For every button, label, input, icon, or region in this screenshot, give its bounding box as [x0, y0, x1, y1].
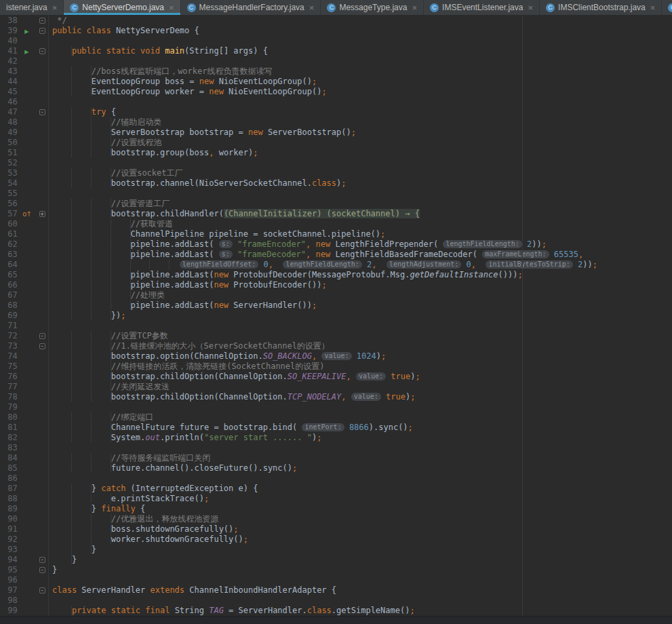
line-number[interactable]: 85	[0, 463, 18, 473]
tab[interactable]: istener.java×	[0, 0, 64, 15]
code-line[interactable]: //设置socket工厂	[49, 168, 183, 178]
fold-marker[interactable]: -	[39, 48, 45, 54]
code-line[interactable]: bootstrap.channel(NioServerSocketChannel…	[49, 178, 347, 189]
line-number[interactable]: 96	[0, 575, 18, 585]
line-number[interactable]: 91	[0, 524, 18, 534]
code-line[interactable]: //关闭延迟发送	[49, 382, 170, 392]
code-line[interactable]: private static final String TAG = Server…	[49, 606, 415, 616]
line-number[interactable]: 71	[0, 321, 18, 331]
line-number[interactable]: 87	[0, 484, 18, 494]
line-number[interactable]: 99	[0, 606, 18, 616]
code-line[interactable]: public static void main(String[] args) {	[49, 46, 268, 56]
fold-marker[interactable]: -	[39, 567, 45, 573]
line-number[interactable]: 39	[0, 26, 18, 36]
code-line[interactable]: pipeline.addLast(new ProtobufEncoder());	[49, 280, 327, 290]
code-line[interactable]: ChannelPipeline pipeline = socketChannel…	[49, 229, 385, 239]
code-line[interactable]: //获取管道	[49, 219, 173, 229]
line-number[interactable]: 66	[0, 280, 18, 290]
line-number[interactable]: 80	[0, 412, 18, 423]
close-icon[interactable]: ×	[412, 3, 417, 12]
code-line[interactable]: } finally {	[49, 504, 145, 514]
folded-region[interactable]: (ChannelInitializer) (socketChannel) → {	[224, 209, 420, 218]
fold-marker[interactable]: -	[39, 109, 45, 115]
close-icon[interactable]: ×	[169, 3, 174, 12]
code-line[interactable]: try {	[49, 107, 116, 117]
code-line[interactable]	[49, 189, 52, 199]
code-line[interactable]	[49, 36, 52, 46]
line-number[interactable]: 57	[0, 209, 18, 219]
line-number[interactable]: 83	[0, 443, 18, 453]
code-line[interactable]: //设置TCP参数	[49, 331, 168, 341]
line-number[interactable]: 68	[0, 300, 18, 311]
line-number[interactable]: 94	[0, 555, 18, 565]
line-number[interactable]: 79	[0, 402, 18, 412]
code-line[interactable]	[49, 402, 52, 412]
line-number[interactable]: 48	[0, 117, 18, 128]
code-line[interactable]: pipeline.addLast( s: "frameEncoder", new…	[49, 239, 547, 250]
tab[interactable]: CIMSEventListener.java×	[424, 0, 540, 15]
code-line[interactable]: EventLoopGroup worker = new NioEventLoop…	[49, 87, 327, 97]
line-number[interactable]: 45	[0, 87, 18, 97]
code-line[interactable]: bootstrap.childOption(ChannelOption.SO_K…	[49, 372, 420, 382]
line-number[interactable]: 55	[0, 189, 18, 199]
code-line[interactable]: //等待服务端监听端口关闭	[49, 453, 210, 463]
code-line[interactable]: } catch (InterruptedException e) {	[49, 484, 258, 494]
line-number[interactable]: 88	[0, 494, 18, 504]
line-number[interactable]: 73	[0, 341, 18, 351]
line-number[interactable]: 84	[0, 453, 18, 463]
line-number[interactable]: 93	[0, 545, 18, 555]
code-line[interactable]: }	[49, 555, 77, 565]
line-number[interactable]: 64	[0, 260, 18, 270]
run-icon[interactable]: ▶	[24, 28, 28, 35]
tab[interactable]: CMessageHandlerFactory.java×	[181, 0, 321, 15]
code-line[interactable]: ServerBootstrap bootstrap = new ServerBo…	[49, 128, 356, 138]
fold-marker[interactable]: +	[39, 211, 45, 217]
code-line[interactable]: //辅助启动类	[49, 117, 161, 128]
line-number[interactable]: 43	[0, 66, 18, 77]
code-line[interactable]: //1.链接缓冲池的大小（ServerSocketChannel的设置）	[49, 341, 330, 351]
line-number[interactable]: 65	[0, 270, 18, 280]
line-number[interactable]: 92	[0, 534, 18, 545]
code-line[interactable]	[49, 321, 52, 331]
line-number[interactable]: 63	[0, 250, 18, 260]
line-number[interactable]: 54	[0, 178, 18, 189]
tab[interactable]: CMess	[662, 0, 672, 15]
fold-marker[interactable]: -	[39, 343, 45, 349]
code-line[interactable]: //设置线程池	[49, 138, 161, 148]
line-number[interactable]: 50	[0, 138, 18, 148]
line-number[interactable]: 49	[0, 128, 18, 138]
code-line[interactable]: pipeline.addLast( s: "frameDecoder", new…	[49, 250, 583, 260]
line-number[interactable]: 86	[0, 473, 18, 484]
code-line[interactable]: e.printStackTrace();	[49, 494, 209, 504]
code-line[interactable]: //处理类	[49, 290, 165, 300]
override-icon[interactable]: o↑	[22, 210, 31, 218]
fold-marker[interactable]: -	[39, 28, 45, 34]
line-number[interactable]: 53	[0, 168, 18, 178]
line-number[interactable]: 78	[0, 392, 18, 402]
code-line[interactable]	[49, 443, 52, 453]
line-number[interactable]: 98	[0, 596, 18, 606]
code-line[interactable]: }	[49, 565, 57, 575]
line-number[interactable]: 60	[0, 219, 18, 229]
line-number[interactable]: 41	[0, 46, 18, 56]
line-number[interactable]: 97	[0, 585, 18, 596]
fold-marker[interactable]: -	[39, 333, 45, 339]
fold-marker[interactable]: -	[39, 18, 45, 24]
code-line[interactable]	[49, 575, 52, 585]
code-line[interactable]: });	[49, 311, 125, 321]
line-number[interactable]: 47	[0, 107, 18, 117]
close-icon[interactable]: ×	[52, 3, 58, 12]
line-number[interactable]: 44	[0, 77, 18, 87]
code-line[interactable]: //boss线程监听端口，worker线程负责数据读写	[49, 66, 273, 77]
tab-active[interactable]: CNettyServerDemo.java×	[64, 0, 180, 15]
line-number[interactable]: 74	[0, 351, 18, 362]
fold-marker[interactable]: -	[39, 557, 45, 563]
line-number[interactable]: 67	[0, 290, 18, 300]
code-line[interactable]	[49, 473, 52, 484]
line-number[interactable]: 82	[0, 433, 18, 443]
code-line[interactable]: future.channel().closeFuture().sync();	[49, 463, 297, 473]
code-line[interactable]: lengthFieldOffset: 0, lengthFieldLength:…	[49, 260, 597, 270]
line-number[interactable]: 95	[0, 565, 18, 575]
close-icon[interactable]: ×	[650, 3, 656, 12]
line-number[interactable]: 72	[0, 331, 18, 341]
